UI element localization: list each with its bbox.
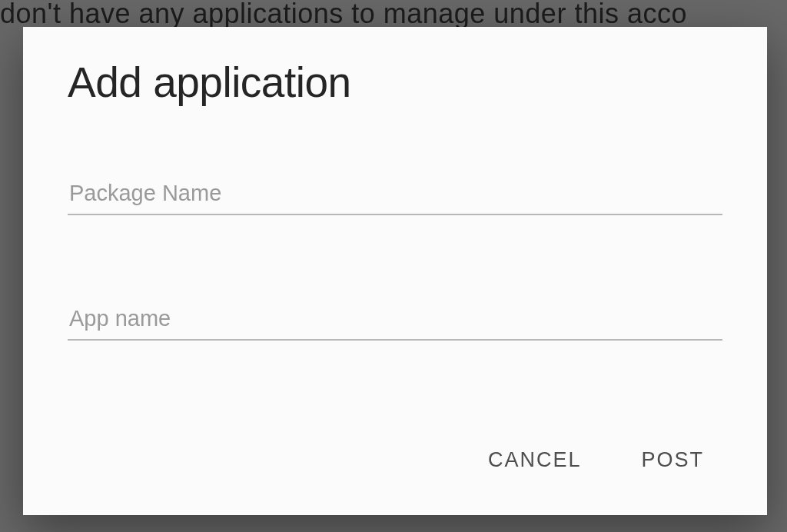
package-name-field-wrapper bbox=[68, 176, 722, 215]
add-application-dialog: Add application CANCEL POST bbox=[23, 27, 767, 515]
dialog-actions: CANCEL POST bbox=[68, 448, 722, 492]
app-name-field-wrapper bbox=[68, 301, 722, 341]
package-name-input[interactable] bbox=[68, 176, 722, 215]
dialog-title: Add application bbox=[68, 58, 722, 107]
app-name-input[interactable] bbox=[68, 301, 722, 341]
cancel-button[interactable]: CANCEL bbox=[488, 448, 582, 472]
post-button[interactable]: POST bbox=[641, 448, 704, 472]
